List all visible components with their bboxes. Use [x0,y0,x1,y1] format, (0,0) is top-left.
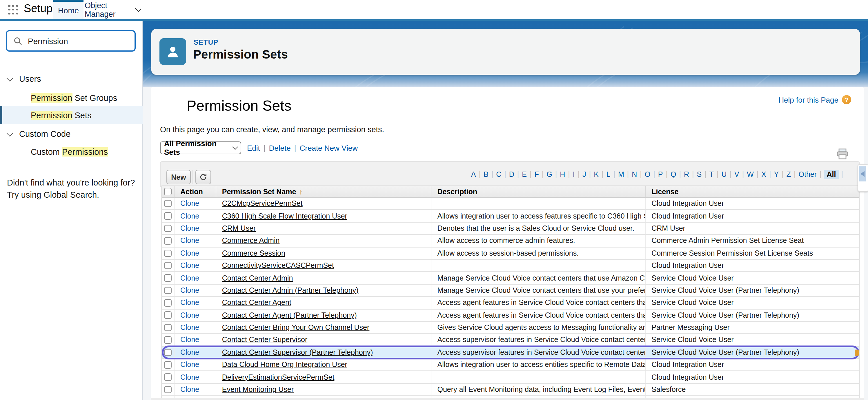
quick-find-input[interactable] [27,36,128,46]
alphabet-letter[interactable]: Q [670,171,677,179]
tab-object-manager[interactable]: Object Manager [85,0,140,19]
alphabet-letter[interactable]: N [631,171,638,179]
row-checkbox[interactable] [164,225,171,232]
row-checkbox[interactable] [164,349,171,356]
quick-find-box[interactable] [6,30,136,52]
alphabet-letter[interactable]: E [521,171,527,179]
row-checkbox[interactable] [164,336,171,343]
alphabet-letter[interactable]: X [761,171,767,179]
clone-link[interactable]: Clone [180,336,199,344]
permission-set-name-link[interactable]: Commerce Admin [222,237,280,245]
clone-link[interactable]: Clone [180,299,199,307]
row-checkbox[interactable] [164,262,171,269]
alphabet-letter[interactable]: S [696,171,703,179]
permission-set-name-link[interactable]: CRM User [222,224,256,233]
row-checkbox[interactable] [164,374,171,381]
row-checkbox[interactable] [164,287,171,294]
alphabet-letter[interactable]: B [483,171,489,179]
permission-set-name-link[interactable]: Contact Center Bring Your Own Channel Us… [222,324,370,332]
printer-icon[interactable] [836,148,849,160]
row-checkbox[interactable] [164,237,171,244]
permission-set-name-link[interactable]: Contact Center Agent (Partner Telephony) [222,311,357,319]
clone-link[interactable]: Clone [180,199,199,208]
clone-link[interactable]: Clone [180,386,199,394]
alphabet-letter[interactable]: R [683,171,690,179]
row-checkbox[interactable] [164,324,171,331]
permission-set-name-link[interactable]: Contact Center Admin (Partner Telephony) [222,286,359,295]
alphabet-letter[interactable]: All [824,170,839,179]
alphabet-letter[interactable]: Z [786,171,792,179]
alphabet-letter[interactable]: Y [774,171,780,179]
row-checkbox[interactable] [164,299,171,306]
help-for-this-page-link[interactable]: Help for this Page ? [778,95,851,104]
app-launcher-icon[interactable] [8,5,19,15]
alphabet-letter[interactable]: V [734,171,740,179]
alphabet-letter[interactable]: U [721,171,727,179]
alphabet-letter[interactable]: H [559,171,566,179]
permission-set-name-link[interactable]: C2CMcpServicePermSet [222,199,303,208]
alphabet-letter[interactable]: O [644,171,651,179]
select-all-checkbox[interactable] [164,188,171,195]
alphabet-letter[interactable]: I [572,171,576,179]
clone-link[interactable]: Clone [180,324,199,332]
column-header-license[interactable]: License [646,186,859,197]
permission-set-name-link[interactable]: Contact Center Supervisor (Partner Telep… [222,348,373,357]
alphabet-letter[interactable]: L [606,171,611,179]
alphabet-letter[interactable]: D [508,171,515,179]
clone-link[interactable]: Clone [180,212,199,220]
row-checkbox[interactable] [164,386,171,393]
clone-link[interactable]: Clone [180,361,199,369]
alphabet-letter[interactable]: M [618,171,625,179]
clone-link[interactable]: Clone [180,249,199,257]
permission-set-name-link[interactable]: ConnectivityServiceCASCPermSet [222,261,334,270]
alphabet-letter[interactable]: K [593,171,599,179]
row-checkbox[interactable] [164,275,171,282]
alphabet-letter[interactable]: F [534,171,539,179]
row-checkbox[interactable] [164,212,171,220]
row-checkbox[interactable] [164,361,171,368]
alphabet-letter[interactable]: W [746,171,754,179]
alphabet-letter[interactable]: T [709,171,714,179]
edit-view-link[interactable]: Edit [247,144,260,152]
clone-link[interactable]: Clone [180,237,199,245]
column-header-permission-set-name[interactable]: Permission Set Name ↑ [216,186,432,197]
permission-set-name-link[interactable]: Event Monitoring User [222,386,294,394]
permission-set-name-link[interactable]: DeliveryEstimationServicePermSet [222,373,335,381]
alphabet-letter[interactable]: A [470,171,476,179]
permission-set-name-link[interactable]: Commerce Session [222,249,285,257]
alphabet-letter[interactable]: C [495,171,502,179]
clone-link[interactable]: Clone [180,286,199,295]
clone-link[interactable]: Clone [180,348,199,357]
permission-set-name-link[interactable]: Contact Center Supervisor [222,336,308,344]
row-checkbox[interactable] [164,250,171,257]
clone-link[interactable]: Clone [180,274,199,282]
new-button[interactable]: New [166,170,191,184]
permission-set-name-link[interactable]: Contact Center Agent [222,299,291,307]
refresh-button[interactable] [195,170,211,184]
delete-view-link[interactable]: Delete [269,144,291,152]
tab-home[interactable]: Home [53,0,84,19]
sidebar-item-custom-permissions[interactable]: Custom Permissions [0,146,143,158]
row-checkbox[interactable] [164,312,171,319]
sidebar-item-permission-set-groups[interactable]: Permission Set Groups [0,92,143,104]
create-new-view-link[interactable]: Create New View [300,144,358,152]
alphabet-letter[interactable]: Other [798,171,817,179]
sidebar-section-users[interactable]: Users [0,72,143,85]
clone-link[interactable]: Clone [180,224,199,233]
permission-set-name-link[interactable]: C360 High Scale Flow Integration User [222,212,347,220]
clone-link[interactable]: Clone [180,261,199,270]
permission-set-name-link[interactable]: Data Cloud Home Org Integration User [222,361,347,369]
column-header-action[interactable]: Action [175,186,216,197]
alphabet-letter[interactable]: P [657,171,663,179]
scroll-handle[interactable] [858,164,868,192]
column-header-description[interactable]: Description [431,186,646,197]
view-select[interactable]: All Permission Sets [160,142,241,154]
clone-link[interactable]: Clone [180,311,199,319]
sidebar-item-permission-sets[interactable]: Permission Sets [0,106,143,124]
permission-set-name-link[interactable]: Contact Center Admin [222,274,293,282]
alphabet-letter[interactable]: J [582,171,587,179]
alphabet-letter[interactable]: G [546,171,553,179]
clone-link[interactable]: Clone [180,373,199,381]
scroll-thumb[interactable] [859,166,866,181]
row-checkbox[interactable] [164,200,171,207]
